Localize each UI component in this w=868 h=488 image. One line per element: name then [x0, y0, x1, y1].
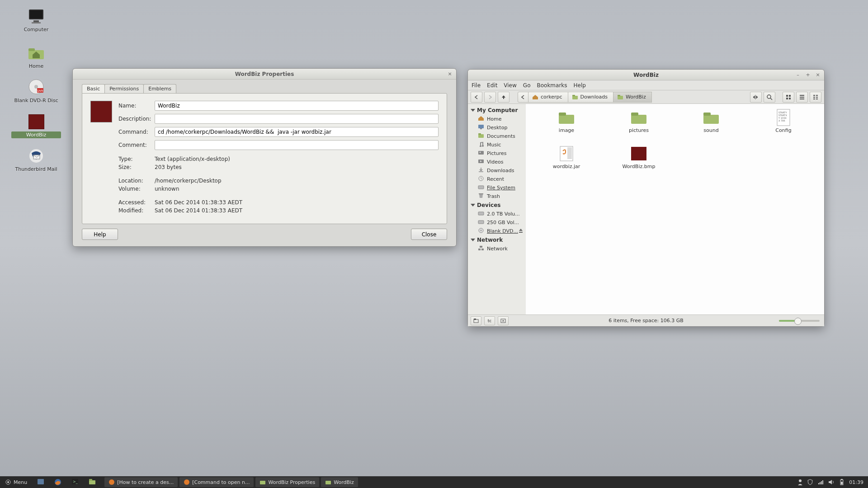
sidebar-section-my-computer[interactable]: My Computer [468, 106, 526, 115]
file-item[interactable]: wordbiz.jar [531, 145, 602, 180]
system-tray: 01:39 [797, 479, 868, 485]
path-segment-wordbiz[interactable]: WordBiz [613, 92, 652, 103]
tab-permissions[interactable]: Permissions [104, 84, 144, 93]
desktop-icon-home[interactable]: Home [11, 44, 61, 70]
forward-button[interactable] [484, 92, 496, 103]
desktop-icon-thunderbird[interactable]: Thunderbird Mail [11, 147, 61, 173]
sidebar-item-videos[interactable]: Videos [468, 158, 526, 166]
svg-rect-21 [789, 98, 791, 99]
titlebar[interactable]: WordBiz Properties × [73, 69, 456, 80]
svg-rect-78 [260, 481, 265, 484]
search-icon [766, 94, 773, 100]
taskbar-item-command[interactable]: [Command to open n... [179, 477, 254, 487]
minimize-icon[interactable]: – [794, 71, 802, 78]
comment-label: Comment: [118, 142, 155, 148]
tab-basic[interactable]: Basic [82, 84, 105, 93]
desktop-icon-dvd[interactable]: DVR Blank DVD-R Disc [11, 79, 61, 104]
file-item[interactable]: sound [676, 109, 746, 144]
description-field[interactable] [155, 114, 439, 124]
close-sidebar-button[interactable] [498, 316, 509, 325]
sidebar-item-recent[interactable]: Recent [468, 175, 526, 183]
taskbar-item-howto[interactable]: [How to create a des... [104, 477, 178, 487]
name-field[interactable] [155, 101, 439, 111]
desktop-icon-wordbiz[interactable]: WordBiz [11, 113, 61, 138]
path-segment-home[interactable]: corkerpc [528, 92, 568, 103]
location-label: Location: [118, 178, 155, 184]
user-icon[interactable] [797, 479, 803, 485]
tab-emblems[interactable]: Emblems [143, 84, 176, 93]
sidebar-section-devices[interactable]: Devices [468, 201, 526, 210]
sidebar-item-file-system[interactable]: File System [468, 183, 526, 192]
disc-icon [478, 228, 484, 235]
svg-rect-48 [480, 246, 482, 248]
list-view-button[interactable] [796, 92, 808, 103]
file-item[interactable]: pictures [604, 109, 674, 144]
files-launcher[interactable] [85, 477, 100, 487]
path-root-button[interactable] [518, 92, 528, 103]
close-icon[interactable]: × [814, 71, 821, 78]
help-button[interactable]: Help [82, 229, 118, 240]
terminal-launcher[interactable]: >_ [67, 477, 83, 487]
file-label: Config [775, 127, 791, 133]
svg-rect-47 [481, 249, 484, 250]
sidebar-item-blank-dvd-[interactable]: Blank DVD... [468, 227, 526, 235]
sidebar-section-network[interactable]: Network [468, 235, 526, 244]
sidebar-item-documents[interactable]: Documents [468, 132, 526, 141]
close-button[interactable]: Close [411, 229, 447, 240]
file-item[interactable]: WordBiz.bmp [604, 145, 674, 180]
titlebar[interactable]: WordBiz – + × [468, 70, 824, 80]
icon-view-button[interactable] [783, 92, 794, 103]
back-button[interactable] [471, 92, 482, 103]
svg-rect-41 [479, 193, 483, 194]
sidebar-item-pictures[interactable]: Pictures [468, 149, 526, 158]
shield-icon[interactable] [807, 479, 813, 485]
file-item[interactable]: STARTYSTARTXY 1034X 786Config [748, 109, 819, 144]
taskbar-item-wordbiz[interactable]: WordBiz [321, 477, 358, 487]
show-desktop-button[interactable] [33, 477, 48, 487]
icon-pane[interactable]: imagepicturessoundSTARTYSTARTXY 1034X 78… [526, 104, 824, 314]
svg-rect-49 [559, 115, 574, 124]
network-icon[interactable] [817, 479, 824, 485]
close-icon[interactable]: × [446, 70, 453, 77]
menu-bookmarks[interactable]: Bookmarks [537, 82, 567, 89]
sidebar-item-desktop[interactable]: Desktop [468, 123, 526, 132]
up-button[interactable] [498, 92, 509, 103]
sidebar-item-music[interactable]: Music [468, 141, 526, 149]
menu-view[interactable]: View [504, 82, 516, 89]
menu-button[interactable]: Menu [1, 477, 31, 487]
preview-icon[interactable] [90, 101, 112, 122]
comment-field[interactable] [155, 140, 439, 150]
taskbar-item-properties[interactable]: WordBiz Properties [255, 477, 319, 487]
sidebar-item-network[interactable]: Network [468, 244, 526, 253]
clock[interactable]: 01:39 [849, 479, 863, 485]
file-item[interactable]: image [531, 109, 602, 144]
path-segment-downloads[interactable]: Downloads [568, 92, 613, 103]
svg-rect-87 [841, 482, 843, 484]
sidebar-item-trash[interactable]: Trash [468, 192, 526, 201]
menu-go[interactable]: Go [523, 82, 531, 89]
firefox-launcher[interactable] [50, 477, 66, 487]
battery-icon[interactable] [839, 479, 844, 485]
menu-file[interactable]: File [472, 82, 481, 89]
search-button[interactable] [764, 92, 775, 103]
show-places-button[interactable] [471, 316, 481, 325]
svg-point-76 [109, 479, 114, 485]
eject-icon[interactable] [519, 228, 523, 234]
sidebar-item-2-0-tb-volu-[interactable]: 2.0 TB Volu... [468, 210, 526, 218]
location-toggle-button[interactable] [750, 92, 762, 103]
sidebar-item-downloads[interactable]: Downloads [468, 166, 526, 175]
folder-icon [572, 94, 578, 100]
maximize-icon[interactable]: + [804, 71, 811, 78]
compact-view-button[interactable] [810, 92, 821, 103]
sidebar-item-250-gb-vol-[interactable]: 250 GB Vol... [468, 218, 526, 227]
svg-rect-26 [816, 95, 818, 96]
folder-icon [478, 133, 484, 140]
desktop-icon-computer[interactable]: Computer [11, 8, 61, 33]
menu-edit[interactable]: Edit [487, 82, 497, 89]
command-field[interactable] [155, 127, 439, 137]
sidebar-item-home[interactable]: Home [468, 115, 526, 123]
zoom-slider[interactable] [779, 320, 820, 322]
volume-icon[interactable] [828, 479, 835, 485]
menu-help[interactable]: Help [574, 82, 586, 89]
show-tree-button[interactable]: tc [484, 316, 495, 325]
